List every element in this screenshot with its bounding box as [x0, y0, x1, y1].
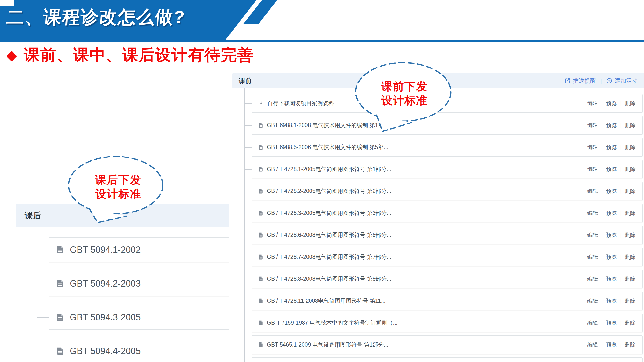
row-action-delete[interactable]: 删除: [625, 275, 636, 283]
row-actions: 编辑|预览|删除: [588, 319, 636, 327]
file-row: GBT 6988.5-2006 电气技术用文件的编制 第5部... 编辑|预览|…: [252, 138, 642, 157]
section-heading: ◆ 课前、课中、课后设计有待完善: [6, 44, 254, 66]
row-actions: 编辑|预览|删除: [588, 297, 636, 305]
row-action-delete[interactable]: 删除: [625, 100, 636, 107]
action-separator: |: [620, 100, 622, 107]
bubble-line-2: 设计标准: [65, 187, 172, 201]
row-action-preview[interactable]: 预览: [606, 297, 617, 305]
bubble-line-1: 课前下发: [351, 79, 458, 93]
row-action-preview[interactable]: 预览: [606, 231, 617, 239]
add-activity-link[interactable]: 添加活动: [606, 77, 638, 85]
row-actions: 编辑|预览|删除: [588, 253, 636, 261]
file-name: GB / T 4728.1-2005电气简图用图形符号 第1部分...: [267, 166, 392, 173]
row-action-edit[interactable]: 编辑: [588, 100, 598, 107]
file-name: GB / T 4728.11-2008电气简图用图形符号 第11...: [267, 297, 386, 305]
file-row: 编辑|预览|删除: [252, 358, 642, 362]
row-action-edit[interactable]: 编辑: [588, 188, 598, 195]
row-actions: 编辑|预览|删除: [588, 144, 636, 151]
row-action-edit[interactable]: 编辑: [588, 297, 598, 305]
row-action-preview[interactable]: 预览: [606, 100, 617, 107]
row-action-preview[interactable]: 预览: [606, 341, 617, 349]
row-actions: 编辑|预览|删除: [588, 209, 636, 217]
file-row: GB / T 4728.2-2005电气简图用图形符号 第2部分... 编辑|预…: [252, 182, 642, 200]
row-action-delete[interactable]: 删除: [625, 341, 636, 349]
file-icon: [258, 145, 263, 150]
slide-title: 二、课程诊改怎么做?: [6, 5, 186, 29]
row-action-delete[interactable]: 删除: [625, 188, 636, 195]
file-name: GBT 5094.4-2005: [70, 346, 140, 356]
action-separator: |: [602, 122, 603, 129]
row-action-delete[interactable]: 删除: [625, 253, 636, 261]
plus-circle-icon: [606, 78, 612, 84]
file-icon: [258, 232, 263, 238]
row-actions: 编辑|预览|删除: [588, 231, 636, 239]
row-action-delete[interactable]: 删除: [625, 319, 636, 327]
file-icon: [258, 188, 263, 194]
push-reminder-link[interactable]: 推送提醒: [564, 77, 596, 85]
file-name: GB / T 4728.6-2008电气简图用图形符号 第6部分...: [267, 231, 392, 239]
action-separator: |: [602, 298, 603, 304]
file-name: GB / T 4728.3-2005电气简图用图形符号 第3部分...: [267, 209, 392, 217]
file-row: GB / T 4728.3-2005电气简图用图形符号 第3部分... 编辑|预…: [252, 204, 642, 222]
row-action-delete[interactable]: 删除: [625, 166, 636, 173]
download-icon: [258, 101, 264, 106]
action-separator: |: [602, 144, 603, 151]
file-name: GBT 5094.1-2002: [70, 245, 140, 255]
row-action-preview[interactable]: 预览: [606, 209, 617, 217]
file-row: GBT 5094.2-2003: [48, 271, 230, 296]
row-action-preview[interactable]: 预览: [606, 188, 617, 195]
row-action-delete[interactable]: 删除: [625, 122, 636, 129]
file-name: GB / T 4728.8-2008电气简图用图形符号 第8部分...: [267, 275, 392, 283]
row-action-preview[interactable]: 预览: [606, 122, 617, 129]
file-name: GB / T 4728.7-2008电气简图用图形符号 第7部分...: [267, 253, 392, 261]
row-action-edit[interactable]: 编辑: [588, 253, 598, 261]
row-actions: 编辑|预览|删除: [588, 188, 636, 195]
post-class-panel-title: 课后: [25, 210, 41, 221]
push-reminder-label: 推送提醒: [573, 77, 596, 85]
action-separator: |: [620, 166, 622, 173]
row-action-delete[interactable]: 删除: [625, 231, 636, 239]
header-actions-separator: |: [600, 78, 602, 84]
row-action-edit[interactable]: 编辑: [588, 209, 598, 217]
action-separator: |: [620, 144, 622, 151]
row-action-edit[interactable]: 编辑: [588, 319, 598, 327]
file-icon: [258, 276, 263, 281]
action-separator: |: [602, 254, 603, 260]
file-icon: [258, 210, 263, 216]
file-icon: [258, 320, 263, 325]
share-icon: [564, 78, 570, 84]
action-separator: |: [602, 232, 603, 238]
row-action-edit[interactable]: 编辑: [588, 166, 598, 173]
row-actions: 编辑|预览|删除: [588, 122, 636, 129]
action-separator: |: [602, 210, 603, 216]
post-class-file-list: GBT 5094.1-2002 GBT 5094.2-2003: [16, 227, 230, 362]
action-separator: |: [602, 100, 603, 107]
file-icon: [57, 314, 64, 321]
speech-bubble-post-class: 课后下发 设计标准: [65, 153, 172, 233]
row-action-delete[interactable]: 删除: [625, 209, 636, 217]
row-action-preview[interactable]: 预览: [606, 144, 617, 151]
row-action-edit[interactable]: 编辑: [588, 341, 598, 349]
bubble-text: 课后下发 设计标准: [65, 173, 172, 201]
row-action-preview[interactable]: 预览: [606, 319, 617, 327]
file-row: GB / T 4728.8-2008电气简图用图形符号 第8部分... 编辑|预…: [252, 270, 642, 288]
file-row: GB / T 4728.11-2008电气简图用图形符号 第11... 编辑|预…: [252, 292, 642, 310]
row-action-edit[interactable]: 编辑: [588, 122, 598, 129]
row-action-edit[interactable]: 编辑: [588, 144, 598, 151]
file-icon: [57, 280, 64, 287]
action-separator: |: [602, 342, 603, 348]
action-separator: |: [602, 166, 603, 173]
row-action-preview[interactable]: 预览: [606, 166, 617, 173]
row-action-preview[interactable]: 预览: [606, 275, 617, 283]
file-name: GB / T 4728.2-2005电气简图用图形符号 第2部分...: [267, 187, 392, 195]
file-name: 自行下载阅读项目案例资料: [267, 100, 334, 107]
file-row: GB / T 4728.6-2008电气简图用图形符号 第6部分... 编辑|预…: [252, 226, 642, 244]
row-action-delete[interactable]: 删除: [625, 297, 636, 305]
file-name: GBT 5094.2-2003: [70, 279, 140, 289]
row-action-edit[interactable]: 编辑: [588, 231, 598, 239]
row-action-delete[interactable]: 删除: [625, 144, 636, 151]
file-row: GB / T 4728.1-2005电气简图用图形符号 第1部分... 编辑|预…: [252, 160, 642, 179]
bubble-line-1: 课后下发: [65, 173, 172, 187]
row-action-edit[interactable]: 编辑: [588, 275, 598, 283]
row-action-preview[interactable]: 预览: [606, 253, 617, 261]
